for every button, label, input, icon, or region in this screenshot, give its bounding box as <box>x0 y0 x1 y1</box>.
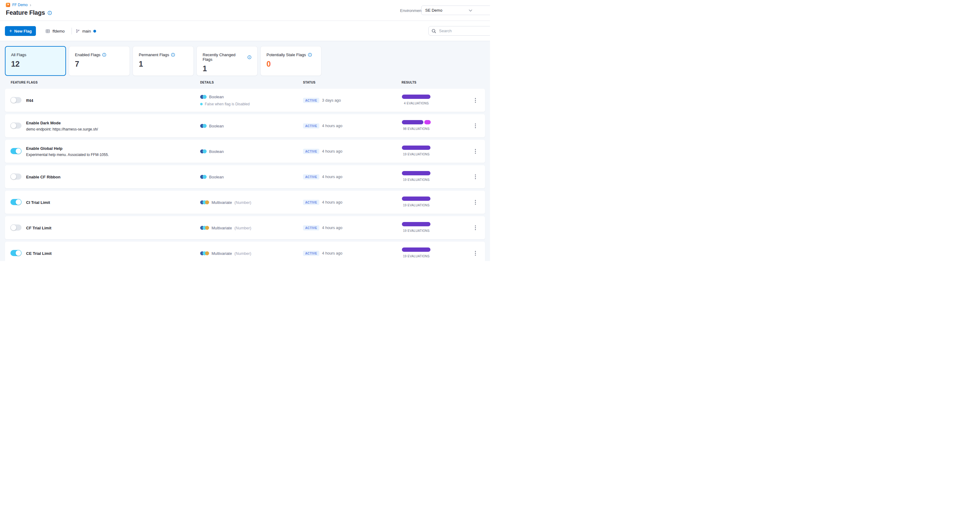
last-updated: 4 hours ago <box>322 149 342 154</box>
flag-results: 19 EVALUATIONS <box>402 222 431 232</box>
info-icon[interactable] <box>247 55 251 59</box>
evaluation-bar-segment <box>402 247 430 252</box>
stat-card-all-flags[interactable]: All Flags12 <box>5 46 66 76</box>
toggle-knob <box>10 224 17 231</box>
table-header: FEATURE FLAGS DETAILS STATUS RESULTS <box>5 76 485 89</box>
flag-type-suffix: (Number) <box>234 251 251 255</box>
divider <box>72 28 72 34</box>
flag-status: ACTIVE4 hours ago <box>303 174 342 179</box>
toggle-knob <box>10 97 17 103</box>
evaluations-count: 19 EVALUATIONS <box>402 204 431 207</box>
stat-card-recently-changed-flags[interactable]: Recently Changed Flags1 <box>196 46 258 76</box>
info-icon[interactable] <box>308 53 312 57</box>
flag-details: Boolean <box>200 174 224 179</box>
flag-toggle[interactable] <box>10 97 21 103</box>
row-menu-button[interactable] <box>473 147 478 155</box>
flag-toggle[interactable] <box>10 224 21 231</box>
stat-card-value: 12 <box>11 60 60 68</box>
kebab-dot <box>475 149 476 150</box>
evaluation-bars <box>402 120 431 124</box>
flag-toggle[interactable] <box>10 250 21 256</box>
flags-content: All Flags12Enabled Flags7Permanent Flags… <box>0 41 490 261</box>
stat-card-value: 1 <box>203 64 251 73</box>
flag-name: ff44 <box>26 98 33 103</box>
variation-dot <box>205 226 209 230</box>
row-menu-button[interactable] <box>473 249 478 257</box>
info-icon[interactable] <box>102 53 106 57</box>
stat-card-label: Permanent Flags <box>139 53 169 57</box>
stat-card-label-row: Recently Changed Flags <box>203 53 251 62</box>
search-box[interactable] <box>428 26 490 36</box>
repository-selector[interactable]: ffdemo <box>45 21 65 41</box>
toggle-knob <box>15 250 21 256</box>
kebab-dot <box>475 176 476 177</box>
column-header-feature-flags: FEATURE FLAGS <box>11 81 38 84</box>
default-variation-text: False when flag is Disabled <box>205 102 250 106</box>
evaluation-bar-segment <box>402 95 430 99</box>
breadcrumb[interactable]: FF Demo › <box>6 3 31 7</box>
flag-results: 19 EVALUATIONS <box>402 146 431 156</box>
stat-card-permanent-flags[interactable]: Permanent Flags1 <box>133 46 194 76</box>
stat-card-label: All Flags <box>11 53 26 57</box>
breadcrumb-project-link[interactable]: FF Demo <box>12 3 28 7</box>
flag-description: Experimental help menu. Associated to FF… <box>26 152 109 157</box>
flag-type-suffix: (Number) <box>234 225 251 230</box>
flag-results: 4 EVALUATIONS <box>402 95 431 105</box>
flag-name: Enable Global Help <box>26 146 109 150</box>
stat-card-value: 7 <box>75 60 124 68</box>
search-input[interactable] <box>438 28 488 33</box>
row-menu-button[interactable] <box>473 198 478 206</box>
toggle-knob <box>15 199 21 205</box>
flag-type-line: Boolean <box>200 123 224 128</box>
status-badge: ACTIVE <box>303 225 319 230</box>
flag-details: Boolean <box>200 149 224 154</box>
evaluation-bars <box>402 222 431 226</box>
last-updated: 3 days ago <box>322 98 341 103</box>
flag-type-label: Boolean <box>209 95 224 99</box>
flag-row-ce-trial-limit: CE Trial LimitMultivariate(Number)ACTIVE… <box>5 242 485 261</box>
feature-flags-logo-icon <box>6 3 10 7</box>
kebab-dot <box>475 100 476 101</box>
stat-card-enabled-flags[interactable]: Enabled Flags7 <box>69 46 130 76</box>
flag-name: Enable CF Ribbon <box>26 174 60 179</box>
kebab-dot <box>475 153 476 154</box>
chevron-right-icon: › <box>30 3 31 6</box>
flag-name: CF Trial Limit <box>26 225 51 230</box>
flag-status: ACTIVE4 hours ago <box>303 123 342 128</box>
row-menu-button[interactable] <box>473 96 478 104</box>
new-flag-button[interactable]: + New Flag <box>5 26 36 36</box>
evaluation-bar-segment <box>402 146 430 150</box>
status-badge: ACTIVE <box>303 149 319 154</box>
flag-toggle[interactable] <box>10 199 21 205</box>
evaluation-bar-segment <box>424 120 431 124</box>
flag-toggle[interactable] <box>10 123 21 129</box>
flag-type-line: Multivariate(Number) <box>200 251 251 255</box>
stat-card-potentially-stale-flags[interactable]: Potentially Stale Flags0 <box>260 46 321 76</box>
last-updated: 4 hours ago <box>322 226 342 230</box>
info-icon[interactable] <box>171 53 175 57</box>
evaluation-bars <box>402 171 431 175</box>
flag-name-block: Enable Global HelpExperimental help menu… <box>26 146 109 157</box>
stat-card-label: Potentially Stale Flags <box>266 53 306 57</box>
kebab-dot <box>475 227 476 228</box>
stat-cards: All Flags12Enabled Flags7Permanent Flags… <box>5 46 485 76</box>
variation-dot <box>203 149 207 153</box>
flag-type-label: Boolean <box>209 174 224 179</box>
info-icon[interactable] <box>48 11 52 15</box>
multivariate-type-icon <box>200 251 209 255</box>
flag-name: CI Trial Limit <box>26 200 50 205</box>
environment-select[interactable]: SE Demo <box>421 6 490 15</box>
flag-toggle[interactable] <box>10 148 21 154</box>
kebab-dot <box>475 178 476 179</box>
branch-selector[interactable]: main <box>76 21 96 41</box>
row-menu-button[interactable] <box>473 122 478 130</box>
boolean-type-icon <box>200 95 207 99</box>
flag-type-line: Boolean <box>200 95 250 99</box>
row-menu-button[interactable] <box>473 173 478 181</box>
status-badge: ACTIVE <box>303 251 319 256</box>
evaluation-bar-segment <box>402 171 430 175</box>
flag-results: 19 EVALUATIONS <box>402 197 431 207</box>
row-menu-button[interactable] <box>473 224 478 232</box>
flag-type-line: Boolean <box>200 149 224 154</box>
flag-toggle[interactable] <box>10 173 21 180</box>
